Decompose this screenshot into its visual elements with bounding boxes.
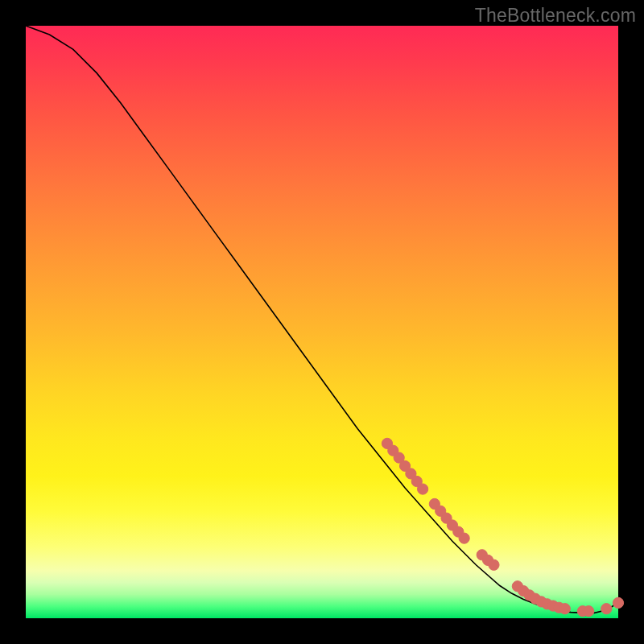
data-marker [559, 604, 570, 614]
chart-overlay [26, 26, 618, 618]
data-marker [601, 604, 612, 614]
data-markers [382, 438, 623, 617]
curve-line [26, 26, 618, 613]
data-marker [489, 559, 499, 570]
data-marker [418, 484, 428, 494]
data-marker [584, 606, 594, 617]
watermark-text: TheBottleneck.com [475, 5, 636, 27]
data-marker [459, 533, 469, 543]
chart-frame: TheBottleneck.com [0, 0, 644, 644]
data-marker [613, 597, 623, 608]
plot-area [26, 26, 618, 618]
